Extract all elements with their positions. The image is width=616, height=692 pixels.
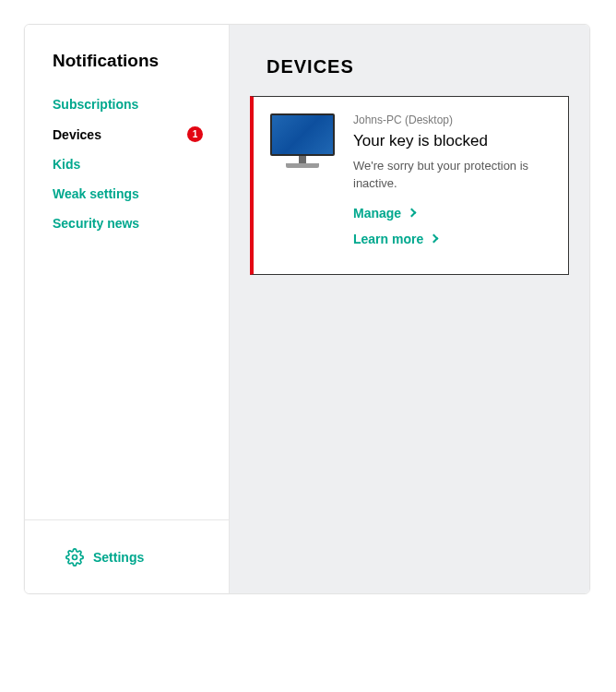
sidebar-item-label: Subscriptions xyxy=(53,97,138,112)
chevron-right-icon xyxy=(408,209,417,218)
learn-more-link[interactable]: Learn more xyxy=(353,232,550,246)
chevron-right-icon xyxy=(430,234,439,244)
sidebar-item-label: Weak settings xyxy=(53,186,139,201)
main-panel: DEVICES Johns-PC (Desktop) Your key is b… xyxy=(230,25,589,593)
card-description: We're sorry but your protection is inact… xyxy=(353,158,550,193)
action-label: Learn more xyxy=(353,232,423,246)
sidebar-item-label: Security news xyxy=(53,216,139,231)
notification-badge: 1 xyxy=(187,126,203,142)
sidebar-item-label: Kids xyxy=(53,157,80,172)
desktop-icon xyxy=(270,113,335,173)
settings-button[interactable]: Settings xyxy=(25,519,229,593)
page-title: DEVICES xyxy=(267,56,569,78)
app-window: Notifications Subscriptions Devices 1 Ki… xyxy=(24,24,590,594)
sidebar-title: Notifications xyxy=(53,51,229,71)
device-card: Johns-PC (Desktop) Your key is blocked W… xyxy=(250,96,569,275)
svg-point-0 xyxy=(73,555,77,559)
device-image xyxy=(270,113,337,257)
sidebar-item-label: Devices xyxy=(53,127,101,142)
sidebar-inner: Notifications Subscriptions Devices 1 Ki… xyxy=(25,25,229,519)
card-title: Your key is blocked xyxy=(353,132,550,150)
action-label: Manage xyxy=(353,206,401,221)
gear-icon xyxy=(65,548,84,567)
sidebar-item-weak-settings[interactable]: Weak settings xyxy=(53,179,229,209)
nav-list: Subscriptions Devices 1 Kids Weak settin… xyxy=(53,89,229,238)
settings-label: Settings xyxy=(93,550,144,565)
sidebar: Notifications Subscriptions Devices 1 Ki… xyxy=(25,25,230,593)
device-name: Johns-PC (Desktop) xyxy=(353,113,550,126)
sidebar-item-devices[interactable]: Devices 1 xyxy=(53,119,229,149)
sidebar-item-kids[interactable]: Kids xyxy=(53,149,229,179)
sidebar-item-subscriptions[interactable]: Subscriptions xyxy=(53,89,229,119)
manage-link[interactable]: Manage xyxy=(353,206,550,221)
sidebar-item-security-news[interactable]: Security news xyxy=(53,209,229,238)
card-body: Johns-PC (Desktop) Your key is blocked W… xyxy=(353,113,550,257)
